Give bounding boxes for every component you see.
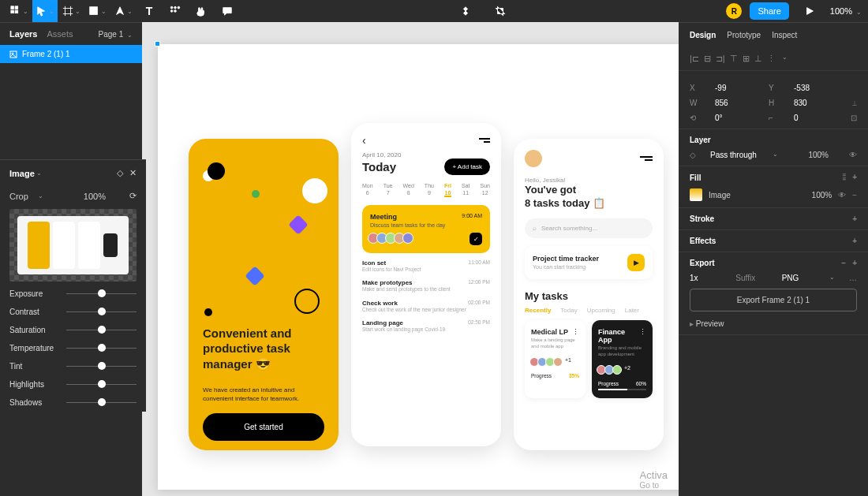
- export-button[interactable]: Export Frame 2 (1) 1: [690, 289, 857, 311]
- align-bottom-icon: ⊥: [754, 54, 762, 64]
- onboarding-subtitle: We have created an intuitive and conveni…: [203, 386, 324, 403]
- pen-tool[interactable]: ⌄: [110, 0, 136, 22]
- visibility-icon[interactable]: 👁: [849, 151, 857, 159]
- share-button[interactable]: Share: [750, 2, 788, 20]
- distribute-icon: ⋮: [767, 54, 776, 64]
- add-stroke-icon[interactable]: +: [852, 214, 857, 223]
- assets-tab[interactable]: Assets: [47, 29, 73, 39]
- add-effect-icon[interactable]: +: [852, 237, 857, 245]
- align-left-icon: |⊏: [690, 54, 699, 64]
- export-suffix[interactable]: Suffix: [735, 274, 767, 282]
- slider-saturation[interactable]: Saturation: [0, 321, 146, 339]
- svg-rect-2: [10, 10, 13, 13]
- layers-tab[interactable]: Layers: [9, 29, 37, 39]
- svg-point-11: [178, 6, 180, 9]
- size-h[interactable]: 830: [794, 99, 833, 107]
- rotate-icon[interactable]: ⟳: [129, 191, 137, 201]
- rotation[interactable]: 0°: [715, 114, 754, 122]
- detach-icon[interactable]: ◇: [117, 168, 123, 178]
- fill-swatch[interactable]: [690, 188, 702, 201]
- search-field: ⌕ Search something...: [525, 218, 653, 238]
- present-icon[interactable]: [797, 0, 822, 22]
- align-hcenter-icon: ⊟: [704, 54, 711, 64]
- tool-group-left: ⌄ ⌄ ⌄ ⌄ ⌄ T: [6, 0, 240, 22]
- shape-tool[interactable]: ⌄: [84, 0, 110, 22]
- slider-temperature[interactable]: Temperature: [0, 339, 146, 357]
- add-export-icon[interactable]: +: [852, 259, 857, 267]
- remove-export-icon[interactable]: −: [841, 259, 846, 267]
- page-selector[interactable]: Page 1 ⌄: [99, 30, 133, 39]
- play-icon: ▶: [627, 254, 645, 271]
- preview-toggle[interactable]: Preview: [696, 319, 724, 328]
- topbar-right: R Share 100% ⌄: [726, 0, 862, 22]
- user-avatar[interactable]: R: [726, 3, 742, 19]
- align-tools[interactable]: |⊏⊟⊐| ⊤⊞⊥ ⋮⌄: [690, 54, 857, 64]
- export-format[interactable]: PNG: [782, 274, 814, 282]
- mockup-today: ‹ April 10, 2020 Today + Add task Mon6Tu…: [351, 123, 501, 446]
- fill-visibility-icon[interactable]: 👁: [838, 191, 846, 200]
- add-fill-icon[interactable]: +: [852, 173, 857, 182]
- tool-group-center: [240, 0, 726, 22]
- crop-label[interactable]: Crop: [9, 192, 28, 201]
- svg-point-12: [170, 10, 173, 13]
- tab-design[interactable]: Design: [690, 31, 716, 39]
- layer-opacity[interactable]: 100%: [808, 151, 829, 159]
- slider-exposure[interactable]: Exposure: [0, 285, 146, 303]
- svg-point-13: [174, 10, 177, 13]
- export-options-icon[interactable]: …: [849, 274, 857, 282]
- remove-fill-icon[interactable]: −: [852, 191, 857, 200]
- layer-row[interactable]: Frame 2 (1) 1: [0, 45, 142, 63]
- figma-menu[interactable]: ⌄: [6, 0, 32, 22]
- slider-contrast[interactable]: Contrast: [0, 303, 146, 321]
- svg-point-10: [174, 6, 177, 9]
- today-label: Today: [362, 160, 396, 173]
- crop-icon[interactable]: [488, 0, 513, 22]
- text-tool[interactable]: T: [137, 0, 162, 22]
- corner-radius[interactable]: 0: [794, 114, 833, 122]
- add-task-button: + Add task: [444, 158, 490, 175]
- image-icon: [9, 50, 17, 58]
- constrain-icon[interactable]: ⟂: [852, 99, 857, 107]
- align-vcenter-icon: ⊞: [743, 54, 750, 64]
- onboarding-title: Convenient and productive task manager 😎: [203, 326, 324, 372]
- image-thumbnail[interactable]: [9, 209, 137, 282]
- svg-rect-3: [15, 10, 18, 13]
- image-panel: Image ⌄ ◇ ✕ Crop⌄ 100% ⟳ ExposureContras…: [0, 159, 146, 412]
- svg-rect-8: [89, 7, 97, 15]
- mockup-dashboard: Hello, Jessika! You've got8 tasks today …: [514, 139, 664, 450]
- move-tool[interactable]: ⌄: [32, 0, 58, 22]
- frame-tool[interactable]: ⌄: [58, 0, 84, 22]
- slider-tint[interactable]: Tint: [0, 357, 146, 375]
- left-panel: Layers Assets Page 1 ⌄ Frame 2 (1) 1 Ima…: [0, 22, 142, 496]
- blend-mode[interactable]: Pass through: [710, 151, 757, 159]
- image-panel-title: Image: [9, 169, 35, 178]
- zoom-value[interactable]: 100% ⌄: [830, 6, 862, 16]
- canvas[interactable]: Convenient and productive task manager 😎…: [142, 22, 679, 496]
- hamburger-icon: [640, 156, 653, 161]
- topbar: ⌄ ⌄ ⌄ ⌄ ⌄ T R Share 100% ⌄: [0, 0, 868, 22]
- slider-shadows[interactable]: Shadows: [0, 393, 146, 412]
- resources-tool[interactable]: [163, 0, 188, 22]
- selection-handle[interactable]: [155, 41, 160, 47]
- style-icon[interactable]: ⦙⦙: [843, 173, 846, 182]
- artboard[interactable]: Convenient and productive task manager 😎…: [158, 44, 679, 490]
- layer-name: Frame 2 (1) 1: [22, 50, 70, 58]
- export-scale[interactable]: 1x: [690, 274, 721, 282]
- component-icon[interactable]: [453, 0, 478, 22]
- comment-tool[interactable]: [215, 0, 240, 22]
- hand-tool[interactable]: [189, 0, 214, 22]
- svg-rect-0: [10, 6, 13, 9]
- pos-y[interactable]: -538: [794, 84, 833, 92]
- slider-highlights[interactable]: Highlights: [0, 375, 146, 393]
- size-w[interactable]: 856: [715, 99, 754, 107]
- tab-inspect[interactable]: Inspect: [772, 31, 797, 39]
- tab-prototype[interactable]: Prototype: [727, 31, 761, 39]
- crop-percent[interactable]: 100%: [84, 192, 106, 201]
- svg-rect-1: [15, 6, 18, 9]
- align-top-icon: ⊤: [730, 54, 738, 64]
- close-icon[interactable]: ✕: [129, 168, 137, 178]
- get-started-button: Get started: [203, 413, 324, 441]
- pos-x[interactable]: -99: [715, 84, 754, 92]
- user-avatar-icon: [525, 150, 542, 167]
- corners-icon[interactable]: ⊡: [851, 114, 857, 122]
